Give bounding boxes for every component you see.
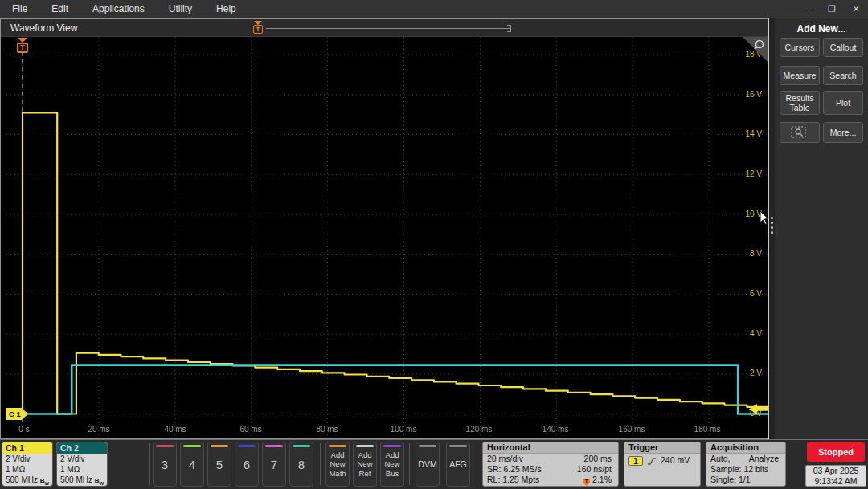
acquisition-title: Acquisition bbox=[706, 442, 785, 454]
channel1-impedance: 1 MΩ bbox=[6, 464, 52, 475]
add-new-title: Add New... bbox=[775, 23, 868, 35]
menu-edit[interactable]: Edit bbox=[51, 3, 68, 14]
x-tick-80ms: 80 ms bbox=[316, 425, 338, 434]
waveform-tab-bar: Waveform View T bbox=[1, 19, 768, 37]
horizontal-scale: 20 ms/div bbox=[487, 454, 523, 464]
window-controls: ─ ❐ ✕ bbox=[802, 0, 862, 18]
search-button[interactable]: Search bbox=[823, 66, 863, 85]
waveform-plot[interactable]: T 18 V 16 V 14 V 12 V 10 V 8 V 6 V 4 V 2… bbox=[6, 37, 768, 438]
minimize-icon[interactable]: ─ bbox=[802, 5, 813, 14]
bandwidth-limit-icon: BW bbox=[95, 477, 104, 484]
menu-applications[interactable]: Applications bbox=[92, 3, 145, 14]
channel1-badge[interactable]: Ch 1 2 V/div 1 MΩ 500 MHz BW bbox=[2, 442, 53, 487]
menu-file[interactable]: File bbox=[12, 3, 27, 14]
x-tick-120ms: 120 ms bbox=[466, 425, 493, 434]
group-separator bbox=[409, 443, 410, 485]
channel3-color-strip bbox=[156, 445, 174, 447]
results-table-button[interactable]: Results Table bbox=[780, 91, 820, 115]
waveform-view-tab[interactable]: Waveform View bbox=[10, 22, 77, 34]
channel8-color-strip bbox=[293, 445, 310, 447]
channel4-color-strip bbox=[183, 445, 201, 447]
close-icon[interactable]: ✕ bbox=[850, 4, 862, 14]
panel-splitter[interactable] bbox=[768, 18, 775, 439]
menu-help[interactable]: Help bbox=[216, 3, 236, 14]
channel4-button[interactable]: 4 bbox=[180, 442, 204, 487]
trigger-position-marker[interactable]: T bbox=[253, 25, 263, 34]
date-label: 03 Apr 2025 bbox=[806, 466, 866, 476]
callout-button[interactable]: Callout bbox=[823, 38, 863, 57]
x-tick-140ms: 140 ms bbox=[542, 425, 569, 434]
acquisition-panel[interactable]: Acquisition Auto, Analyze Sample: 12 bit… bbox=[706, 442, 786, 487]
menu-utility[interactable]: Utility bbox=[169, 3, 192, 14]
measure-button[interactable]: Measure bbox=[780, 66, 820, 85]
rising-edge-icon bbox=[647, 456, 657, 466]
afg-color-strip bbox=[449, 445, 467, 447]
x-tick-0s: 0 s bbox=[18, 425, 29, 434]
restore-icon[interactable]: ❐ bbox=[826, 4, 837, 14]
resolution: 160 ns/pt bbox=[577, 464, 612, 475]
channel2-impedance: 1 MΩ bbox=[60, 464, 107, 475]
datetime-display: 03 Apr 2025 9:13:42 AM bbox=[805, 465, 866, 487]
channel1-badge-header: Ch 1 bbox=[2, 442, 52, 454]
run-stop-button[interactable]: Stopped bbox=[807, 442, 865, 462]
channel8-button[interactable]: 8 bbox=[289, 442, 313, 487]
afg-button[interactable]: AFG bbox=[446, 442, 470, 487]
draw-zoom-button[interactable] bbox=[780, 122, 820, 143]
trigger-panel[interactable]: Trigger 1 240 mV bbox=[624, 442, 701, 487]
x-tick-100ms: 100 ms bbox=[391, 425, 417, 434]
add-new-ref-button[interactable]: Add New Ref bbox=[353, 442, 377, 487]
y-tick-18v: 18 V bbox=[725, 50, 762, 59]
mouse-cursor bbox=[760, 210, 771, 226]
y-tick-14v: 14 V bbox=[725, 129, 762, 138]
group-separator bbox=[320, 443, 321, 485]
cursors-button[interactable]: Cursors bbox=[780, 38, 820, 57]
channel2-badge[interactable]: Ch 2 2 V/div 1 MΩ 500 MHz BW bbox=[56, 442, 108, 487]
add-new-panel: Add New... Cursors Callout Measure Searc… bbox=[775, 18, 868, 439]
group-separator bbox=[477, 443, 477, 485]
dvm-button[interactable]: DVM bbox=[416, 442, 440, 487]
bottom-settings-bar: Ch 1 2 V/div 1 MΩ 500 MHz BW Ch 2 2 V/di… bbox=[0, 439, 868, 489]
channel7-button[interactable]: 7 bbox=[262, 442, 286, 487]
channel2-bandwidth: 500 MHz BW bbox=[60, 475, 107, 487]
channel3-button[interactable]: 3 bbox=[153, 442, 177, 487]
x-tick-40ms: 40 ms bbox=[164, 425, 186, 434]
channel6-button[interactable]: 6 bbox=[235, 442, 259, 487]
horizontal-window: 200 ms bbox=[584, 454, 612, 464]
x-tick-180ms: 180 ms bbox=[694, 425, 721, 434]
y-tick-2v: 2 V bbox=[725, 369, 762, 377]
y-tick-4v: 4 V bbox=[725, 329, 762, 338]
trigger-position-icon: T bbox=[583, 479, 590, 486]
channel1-bandwidth: 500 MHz BW bbox=[6, 475, 52, 487]
channel6-color-strip bbox=[238, 445, 256, 447]
acquisition-sample: Sample: 12 bits bbox=[710, 464, 768, 475]
add-new-bus-button[interactable]: Add New Bus bbox=[380, 442, 404, 487]
horizontal-panel[interactable]: Horizontal 20 ms/div 200 ms SR: 6.25 MS/… bbox=[482, 442, 619, 487]
channel2-scale: 2 V/div bbox=[60, 454, 107, 464]
trigger-position-endcap bbox=[507, 25, 511, 32]
channel5-button[interactable]: 5 bbox=[207, 442, 231, 487]
x-tick-160ms: 160 ms bbox=[619, 425, 645, 434]
y-tick-6v: 6 V bbox=[725, 289, 762, 298]
menu-bar: File Edit Applications Utility Help ─ ❐ … bbox=[0, 0, 868, 18]
acquisition-analyze: Analyze bbox=[749, 454, 779, 464]
trigger-marker-icon[interactable]: T bbox=[17, 43, 28, 53]
trigger-source-badge: 1 bbox=[628, 456, 643, 466]
add-new-math-button[interactable]: Add New Math bbox=[326, 442, 350, 487]
x-tick-60ms: 60 ms bbox=[240, 425, 261, 434]
trigger-position-percent: 2.1% bbox=[592, 475, 612, 484]
y-tick-12v: 12 V bbox=[725, 169, 762, 178]
plot-button[interactable]: Plot bbox=[823, 91, 863, 115]
splitter-drag-handle[interactable] bbox=[771, 217, 773, 234]
channel1-scale: 2 V/div bbox=[6, 454, 52, 464]
channel7-color-strip bbox=[265, 445, 283, 447]
y-tick-10v: 10 V bbox=[725, 210, 762, 218]
trigger-title: Trigger bbox=[624, 442, 700, 454]
y-tick-16v: 16 V bbox=[725, 90, 762, 99]
zoom-box-icon bbox=[791, 126, 809, 140]
sample-rate: SR: 6.25 MS/s bbox=[487, 464, 542, 475]
more-button[interactable]: More... bbox=[823, 122, 863, 143]
trigger-position-track[interactable] bbox=[266, 28, 510, 29]
y-tick-8v: 8 V bbox=[725, 249, 762, 258]
bandwidth-limit-icon: BW bbox=[40, 477, 49, 484]
record-length: RL: 1.25 Mpts bbox=[487, 475, 539, 486]
